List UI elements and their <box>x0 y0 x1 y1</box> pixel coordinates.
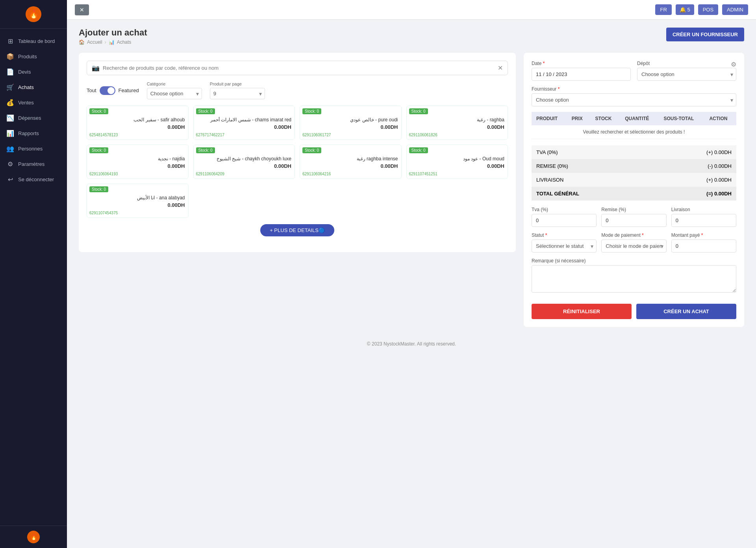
product-name: raghba intense رغبة <box>303 156 398 162</box>
remarque-textarea[interactable] <box>532 265 736 293</box>
per-page-filter-group: Produit par page 9 <box>210 82 265 99</box>
product-card[interactable]: Stock: 0 najdia - نجدية 0.00DH 629110606… <box>87 145 189 179</box>
total-row: REMISE (0%) (-) 0.00DH <box>532 159 736 173</box>
sidebar-item-label: Tableau de bord <box>18 38 55 44</box>
stock-badge: Stock: 0 <box>89 147 108 153</box>
lang-button[interactable]: FR <box>655 4 671 15</box>
total-label: LIVRAISON <box>532 173 655 187</box>
product-card[interactable]: Stock: 0 raghba intense رغبة 0.00DH 6291… <box>300 145 402 179</box>
product-name: raghba - رغبة <box>410 117 505 123</box>
livraison-label: Livraison <box>671 207 736 212</box>
mode-paiement-select[interactable]: Choisir le mode de paiement <box>601 240 666 253</box>
footer: © 2023 NystockMaster. All rights reserve… <box>79 335 744 353</box>
stock-badge: Stock: 0 <box>409 147 428 153</box>
sidebar-item-rapports[interactable]: 📊 Rapports <box>0 126 67 141</box>
breadcrumb: 🏠 Accueil › 📊 Achats <box>79 39 147 45</box>
product-price: 0.00DH <box>410 124 505 130</box>
create-supplier-button[interactable]: CRÉER UN FOURNISSEUR <box>666 28 744 41</box>
statut-group: Statut * Sélectionner le statut <box>532 232 597 253</box>
fournisseur-select[interactable]: Choose option <box>532 93 736 106</box>
date-input[interactable] <box>532 68 631 81</box>
total-row: TOTAL GÉNÉRAL (=) 0.00DH <box>532 187 736 201</box>
montant-paye-input[interactable] <box>671 240 736 253</box>
achats-icon: 🛒 <box>6 84 14 91</box>
remise-input[interactable] <box>601 214 666 227</box>
sidebar-item-achats[interactable]: 🛒 Achats <box>0 80 67 95</box>
pos-button[interactable]: POS <box>698 4 718 15</box>
product-barcode: 6276717462217 <box>196 133 224 137</box>
all-label: Tout <box>87 87 96 93</box>
right-panel: ⚙ Date * Dépôt Choose option <box>524 53 744 335</box>
admin-button[interactable]: ADMIN <box>722 4 748 15</box>
sidebar-item-label: Ventes <box>18 100 34 106</box>
depot-select[interactable]: Choose option <box>637 68 736 81</box>
sidebar-item-depenses[interactable]: 📉 Dépenses <box>0 110 67 126</box>
category-select[interactable]: Choose option <box>147 88 202 99</box>
devis-icon: 📄 <box>6 68 14 76</box>
close-button[interactable]: ✕ <box>75 4 89 15</box>
tva-label: Tva (%) <box>532 207 597 212</box>
dashboard-icon: ⊞ <box>6 37 14 45</box>
statut-select[interactable]: Sélectionner le statut <box>532 240 597 253</box>
settings-icon[interactable]: ⚙ <box>731 61 736 68</box>
sidebar-item-label: Produits <box>18 54 37 59</box>
breadcrumb-current: Achats <box>117 39 132 45</box>
statut-mode-montant-row: Statut * Sélectionner le statut Mode de … <box>532 232 736 253</box>
creer-achat-button[interactable]: CRÉER UN ACHAT <box>636 304 736 319</box>
col-quantite: QUANTITÉ <box>620 112 659 125</box>
category-filter-group: Catégorie Choose option <box>147 82 202 99</box>
sidebar-item-parametres[interactable]: ⚙ Paramètres <box>0 156 67 172</box>
sidebar-item-personnes[interactable]: 👥 Personnes <box>0 141 67 156</box>
product-card[interactable]: Stock: 0 chaykh choyoukh luxe - شيخ الشي… <box>193 145 295 179</box>
montant-paye-group: Montant payé * <box>671 232 736 253</box>
statut-label: Statut * <box>532 232 597 238</box>
product-card[interactable]: Stock: 0 raghba - رغبة 0.00DH 6291106061… <box>406 106 508 140</box>
fournisseur-group: Fournisseur * Choose option <box>532 86 736 106</box>
product-price: 0.00DH <box>410 163 505 169</box>
content-area: 📷 ✕ Tout Featured <box>79 53 744 335</box>
product-price: 0.00DH <box>90 163 185 169</box>
user-avatar: 🔥 <box>27 531 40 543</box>
product-card[interactable]: Stock: 0 safir alhoub - سفير الحب 0.00DH… <box>87 106 189 140</box>
sidebar-nav: ⊞ Tableau de bord 📦 Produits 📄 Devis 🛒 A… <box>0 29 67 526</box>
product-name: najdia - نجدية <box>90 156 185 162</box>
sidebar-item-produits[interactable]: 📦 Produits <box>0 49 67 64</box>
sidebar-item-ventes[interactable]: 💰 Ventes <box>0 95 67 110</box>
total-label: TVA (0%) <box>532 145 655 159</box>
total-amount: (+) 0.00DH <box>655 173 736 187</box>
clear-search-icon[interactable]: ✕ <box>498 64 503 72</box>
featured-toggle[interactable] <box>100 86 115 95</box>
sidebar-item-tableau-de-bord[interactable]: ⊞ Tableau de bord <box>0 33 67 49</box>
product-card[interactable]: Stock: 0 chams imarat red - شمس الامارات… <box>193 106 295 140</box>
product-card[interactable]: Stock: 0 ana alabyad - انا الأبيض 0.00DH… <box>87 184 189 218</box>
breadcrumb-separator: › <box>105 39 106 45</box>
page-content: Ajouter un achat 🏠 Accueil › 📊 Achats CR… <box>67 20 756 548</box>
livraison-input[interactable] <box>671 214 736 227</box>
product-card[interactable]: Stock: 0 pure oudi - خالص عودي 0.00DH 62… <box>300 106 402 140</box>
product-price: 0.00DH <box>303 124 398 130</box>
notifications-button[interactable]: 🔔 5 <box>676 4 694 15</box>
stock-badge: Stock: 0 <box>89 108 108 114</box>
per-page-select[interactable]: 9 <box>210 88 265 99</box>
fournisseur-select-wrapper: Choose option <box>532 93 736 106</box>
sidebar-logo: 🔥 <box>0 0 67 29</box>
depot-label: Dépôt <box>637 61 736 66</box>
empty-table-message: Veuillez rechercher et sélectionner des … <box>532 125 736 139</box>
product-barcode: 6291106061727 <box>302 133 331 137</box>
product-name: ana alabyad - انا الأبيض <box>90 195 185 201</box>
page-header: Ajouter un achat 🏠 Accueil › 📊 Achats CR… <box>79 28 744 45</box>
load-more-button[interactable]: + PLUS DE DETAILS🔵 <box>260 224 334 236</box>
sidebar-item-devis[interactable]: 📄 Devis <box>0 64 67 80</box>
statut-select-wrapper: Sélectionner le statut <box>532 240 597 253</box>
footer-text: © 2023 NystockMaster. All rights reserve… <box>367 341 456 347</box>
tva-input[interactable] <box>532 214 597 227</box>
purchase-form-card: ⚙ Date * Dépôt Choose option <box>524 53 744 327</box>
remise-group: Remise (%) <box>601 207 666 227</box>
product-price: 0.00DH <box>303 163 398 169</box>
category-select-wrapper: Choose option <box>147 88 202 99</box>
product-card[interactable]: Stock: 0 Oud moud - عود مود 0.00DH 62911… <box>406 145 508 179</box>
sidebar-item-se-deconnecter[interactable]: ↩ Se déconnecter <box>0 172 67 187</box>
reinitialiser-button[interactable]: RÉINITIALISER <box>532 304 632 319</box>
table-empty-row: Veuillez rechercher et sélectionner des … <box>532 125 736 139</box>
search-input[interactable] <box>103 65 498 71</box>
